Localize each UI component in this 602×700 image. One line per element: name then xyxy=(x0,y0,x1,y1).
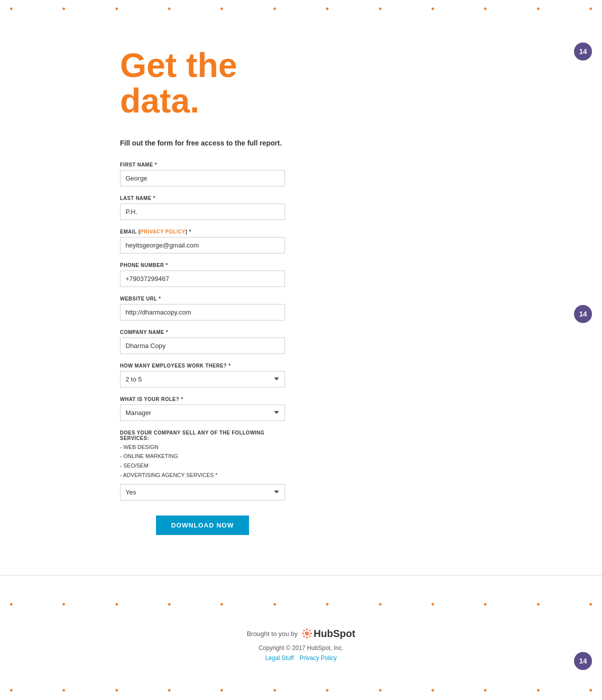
dot xyxy=(326,689,328,692)
dot xyxy=(590,8,592,10)
role-select-wrapper: Manager Director VP C-Level Other xyxy=(120,404,285,421)
dot xyxy=(220,603,223,606)
svg-point-8 xyxy=(309,630,311,632)
hubspot-logo: HubSpot xyxy=(302,628,355,640)
badge-mid: 14 xyxy=(574,305,592,323)
svg-point-2 xyxy=(306,636,308,638)
svg-point-5 xyxy=(304,630,306,632)
footer: Brought to you by HubSpot Copyright © 20… xyxy=(0,575,602,682)
last-name-group: LAST NAME * xyxy=(120,196,285,220)
svg-point-6 xyxy=(309,636,311,638)
dot xyxy=(484,603,486,606)
top-dots-row xyxy=(0,0,602,18)
privacy-policy-link[interactable]: PRIVACY POLICY xyxy=(140,229,186,234)
services-list: - WEB DESIGN - ONLINE MARKETING - SEO/SE… xyxy=(120,442,285,480)
website-input[interactable] xyxy=(120,304,285,320)
email-group: EMAIL (PRIVACY POLICY) * xyxy=(120,229,285,254)
dot xyxy=(484,8,486,10)
badge-bot: 14 xyxy=(574,652,592,670)
dot xyxy=(379,603,382,606)
dot xyxy=(274,689,276,692)
employees-select-wrapper: 1 2 to 5 6 to 25 26 to 200 201 to 1000 1… xyxy=(120,371,285,388)
email-label: EMAIL (PRIVACY POLICY) * xyxy=(120,229,285,234)
employees-group: HOW MANY EMPLOYEES WORK THERE? * 1 2 to … xyxy=(120,363,285,388)
email-input[interactable] xyxy=(120,237,285,254)
dot xyxy=(116,603,118,606)
role-group: WHAT IS YOUR ROLE? * Manager Director VP… xyxy=(120,396,285,421)
privacy-policy-footer-link[interactable]: Privacy Policy xyxy=(300,654,337,662)
dot xyxy=(537,8,540,10)
dot xyxy=(274,603,276,606)
bottom-dots-row xyxy=(0,682,602,699)
dot xyxy=(326,603,328,606)
dot xyxy=(274,8,276,10)
services-question-label: DOES YOUR COMPANY SELL ANY OF THE FOLLOW… xyxy=(120,430,285,441)
dot xyxy=(62,8,65,10)
dot xyxy=(537,689,540,692)
dot xyxy=(168,689,170,692)
first-name-label: FIRST NAME * xyxy=(120,162,285,168)
services-item-2: - ONLINE MARKETING xyxy=(120,452,285,461)
dot xyxy=(220,689,223,692)
phone-input[interactable] xyxy=(120,270,285,287)
page-headline: Get the data. xyxy=(120,48,602,119)
svg-point-1 xyxy=(306,628,308,630)
website-group: WEBSITE URL * xyxy=(120,296,285,320)
dot xyxy=(116,8,118,10)
last-name-label: LAST NAME * xyxy=(120,196,285,201)
dot xyxy=(62,689,65,692)
dot xyxy=(590,689,592,692)
brought-by-text: Brought to you by HubSpot xyxy=(0,628,602,640)
phone-group: PHONE NUMBER * xyxy=(120,262,285,287)
services-item-4: - ADVERTISING AGENCY SERVICES * xyxy=(120,470,285,480)
footer-dots-row xyxy=(0,596,602,613)
page-subtitle: Fill out the form for free access to the… xyxy=(120,139,602,147)
dot xyxy=(220,8,223,10)
svg-point-3 xyxy=(302,632,304,634)
dot xyxy=(10,689,12,692)
legal-stuff-link[interactable]: Legal Stuff xyxy=(265,654,294,662)
dot xyxy=(168,603,170,606)
copyright-text: Copyright © 2017 HubSpot, Inc. xyxy=(0,644,602,652)
services-item-3: - SEO/SEM xyxy=(120,461,285,470)
svg-point-0 xyxy=(305,632,309,636)
services-select-wrapper: Yes No xyxy=(120,484,285,500)
employees-select[interactable]: 1 2 to 5 6 to 25 26 to 200 201 to 1000 1… xyxy=(120,371,285,388)
dot xyxy=(379,689,382,692)
dot xyxy=(432,8,434,10)
role-label: WHAT IS YOUR ROLE? * xyxy=(120,396,285,402)
first-name-group: FIRST NAME * xyxy=(120,162,285,186)
download-button[interactable]: DOWNLOAD NOW xyxy=(156,516,248,535)
phone-label: PHONE NUMBER * xyxy=(120,262,285,268)
website-label: WEBSITE URL * xyxy=(120,296,285,302)
main-content: Get the data. Fill out the form for free… xyxy=(0,18,602,535)
svg-point-7 xyxy=(304,636,306,638)
company-label: COMPANY NAME * xyxy=(120,330,285,335)
svg-point-4 xyxy=(310,632,312,634)
submit-section: DOWNLOAD NOW xyxy=(120,516,285,535)
dot xyxy=(432,603,434,606)
dot xyxy=(62,603,65,606)
form-container: FIRST NAME * LAST NAME * EMAIL (PRIVACY … xyxy=(120,162,285,535)
company-group: COMPANY NAME * xyxy=(120,330,285,354)
dot xyxy=(10,603,12,606)
role-select[interactable]: Manager Director VP C-Level Other xyxy=(120,404,285,421)
hubspot-sprocket-icon xyxy=(302,628,312,639)
services-item-1: - WEB DESIGN xyxy=(120,442,285,452)
dot xyxy=(168,8,170,10)
dot xyxy=(590,603,592,606)
dot xyxy=(537,603,540,606)
services-select[interactable]: Yes No xyxy=(120,484,285,500)
dot xyxy=(116,689,118,692)
dot xyxy=(484,689,486,692)
dot xyxy=(10,8,12,10)
badge-top: 14 xyxy=(574,42,592,60)
last-name-input[interactable] xyxy=(120,204,285,220)
footer-links: Legal Stuff Privacy Policy xyxy=(0,654,602,662)
services-group: DOES YOUR COMPANY SELL ANY OF THE FOLLOW… xyxy=(120,430,285,500)
company-input[interactable] xyxy=(120,338,285,354)
dot xyxy=(379,8,382,10)
dot xyxy=(326,8,328,10)
employees-label: HOW MANY EMPLOYEES WORK THERE? * xyxy=(120,363,285,368)
first-name-input[interactable] xyxy=(120,170,285,186)
